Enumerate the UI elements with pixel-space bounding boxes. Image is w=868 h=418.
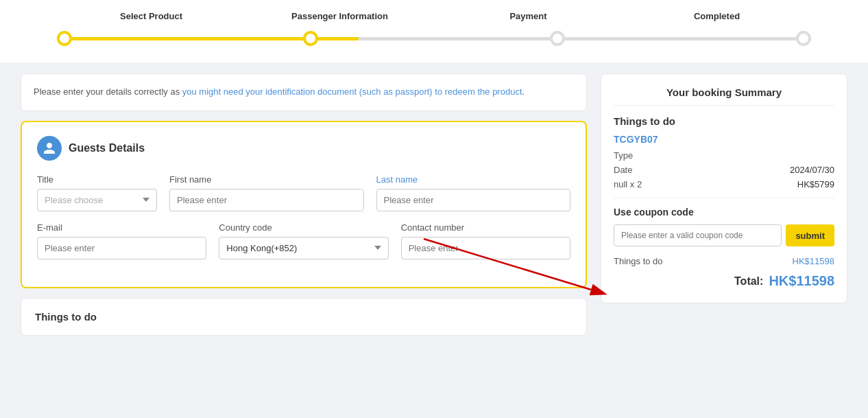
firstname-label: First name xyxy=(169,174,364,185)
summary-section-title: Things to do xyxy=(614,115,834,127)
main-container: Please enter your details correctly as y… xyxy=(0,62,868,347)
things-to-do-card: Things to do xyxy=(21,298,587,336)
person-icon xyxy=(43,141,56,155)
type-label: Type xyxy=(614,150,633,161)
form-group-country-code: Country code Hong Kong(+852) China(+86) … xyxy=(219,222,388,259)
coupon-submit-button[interactable]: submit xyxy=(786,224,834,246)
total-amount: HK$11598 xyxy=(769,273,834,289)
step-label-passenger-info: Passenger Information xyxy=(245,11,434,21)
summary-date-row: Date 2024/07/30 xyxy=(614,165,834,175)
guest-details-header: Guests Details xyxy=(37,136,570,161)
info-text: Please enter your details correctly as y… xyxy=(34,86,525,97)
progress-section: Select Product Passenger Information Pay… xyxy=(0,0,868,62)
country-code-select[interactable]: Hong Kong(+852) China(+86) USA(+1) UK(+4… xyxy=(219,237,388,259)
summary-type-row: Type xyxy=(614,150,834,161)
progress-node-1 xyxy=(57,31,72,46)
firstname-input[interactable] xyxy=(169,189,364,211)
summary-product-code: TCGYB07 xyxy=(614,134,834,145)
email-label: E-mail xyxy=(37,222,206,233)
summary-things-row: Things to do HK$11598 xyxy=(614,256,834,266)
progress-track xyxy=(57,28,811,49)
booking-summary: Your booking Summary Things to do TCGYB0… xyxy=(601,73,847,303)
avatar-icon xyxy=(37,136,62,161)
form-group-contact: Contact number xyxy=(401,222,570,259)
progress-node-3 xyxy=(550,31,565,46)
form-row-1: Title Please choose Mr Ms Mrs Dr First n… xyxy=(37,174,570,211)
form-group-lastname: Last name xyxy=(376,174,571,211)
progress-node-2 xyxy=(303,31,318,46)
total-row: Total: HK$11598 xyxy=(614,273,834,289)
left-column: Please enter your details correctly as y… xyxy=(21,73,587,336)
step-label-payment: Payment xyxy=(434,11,623,21)
title-select[interactable]: Please choose Mr Ms Mrs Dr xyxy=(37,189,157,211)
things-to-do-value: HK$11598 xyxy=(793,256,834,266)
form-row-2: E-mail Country code Hong Kong(+852) Chin… xyxy=(37,222,570,259)
step-label-completed: Completed xyxy=(623,11,811,21)
summary-title: Your booking Summary xyxy=(614,86,834,106)
title-label: Title xyxy=(37,174,157,185)
contact-input[interactable] xyxy=(401,237,570,259)
guest-details-title: Guests Details xyxy=(69,142,145,154)
coupon-section-title: Use coupon code xyxy=(614,207,834,218)
form-group-email: E-mail xyxy=(37,222,206,259)
things-to-do-card-title: Things to do xyxy=(35,311,572,323)
lastname-label: Last name xyxy=(376,174,571,185)
coupon-row: submit xyxy=(614,224,834,246)
summary-quantity-row: null x 2 HK$5799 xyxy=(614,179,834,189)
date-value: 2024/07/30 xyxy=(790,165,834,175)
progress-node-4 xyxy=(796,31,811,46)
lastname-input[interactable] xyxy=(376,189,571,211)
total-label: Total: xyxy=(734,275,763,288)
step-label-select-product: Select Product xyxy=(57,11,245,21)
quantity-value: HK$5799 xyxy=(797,179,834,189)
progress-labels: Select Product Passenger Information Pay… xyxy=(57,11,811,21)
things-to-do-label: Things to do xyxy=(614,256,663,266)
contact-label: Contact number xyxy=(401,222,570,233)
form-group-title: Title Please choose Mr Ms Mrs Dr xyxy=(37,174,157,211)
info-banner: Please enter your details correctly as y… xyxy=(21,73,587,111)
coupon-input[interactable] xyxy=(614,224,782,246)
quantity-label: null x 2 xyxy=(614,179,642,189)
progress-nodes xyxy=(57,31,811,46)
guest-details-card: Guests Details Title Please choose Mr Ms… xyxy=(21,121,587,288)
right-column: Your booking Summary Things to do TCGYB0… xyxy=(601,73,847,336)
email-input[interactable] xyxy=(37,237,206,259)
summary-divider xyxy=(614,198,834,198)
country-code-label: Country code xyxy=(219,222,388,233)
date-label: Date xyxy=(614,165,632,175)
form-group-firstname: First name xyxy=(169,174,364,211)
